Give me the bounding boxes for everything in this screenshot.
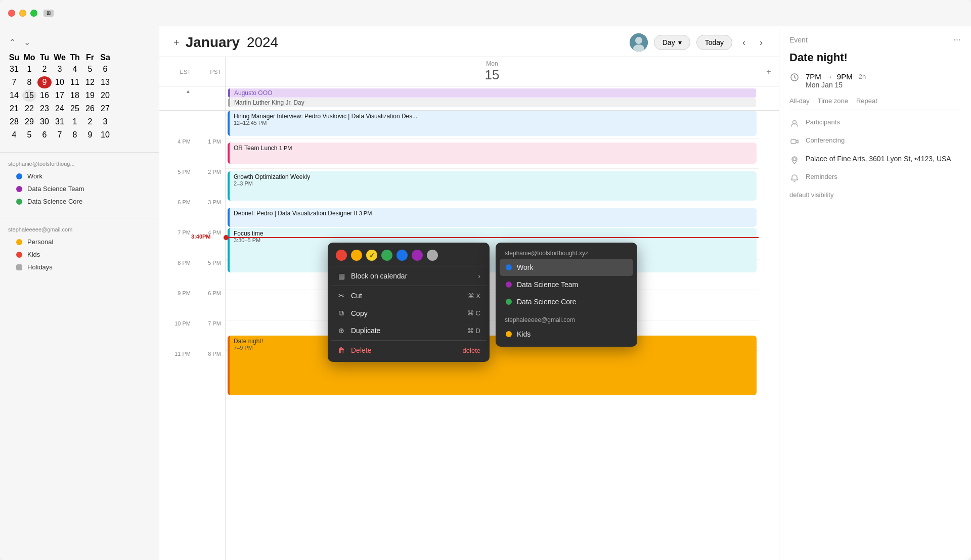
next-day-button[interactable]: › (756, 35, 767, 50)
ctx-duplicate[interactable]: ⊕ Duplicate ⌘ D (331, 322, 487, 339)
mini-cal-day[interactable]: 29 (22, 116, 36, 128)
ctx-copy[interactable]: ⧉ Copy ⌘ C (331, 304, 487, 322)
mini-cal-day[interactable]: 9 (83, 129, 97, 141)
minimize-button[interactable] (19, 10, 26, 17)
sidebar-item-data-science-core[interactable]: Data Science Core (8, 195, 151, 208)
mini-cal-day[interactable]: 16 (37, 89, 52, 102)
mini-cal-day[interactable]: 30 (37, 116, 52, 128)
maximize-button[interactable] (30, 10, 37, 17)
allday-event-title: Augusto OOO (234, 89, 272, 97)
tab-timezone[interactable]: Time zone (818, 96, 848, 106)
mini-cal-day[interactable]: 31 (53, 116, 67, 128)
color-gray[interactable] (427, 250, 438, 261)
mini-cal-day[interactable]: 8 (68, 129, 82, 141)
ctx-block-on-calendar[interactable]: ▦ Block on calendar › (331, 267, 487, 285)
mini-cal-day[interactable]: 7 (53, 129, 67, 141)
tab-allday[interactable]: All-day (789, 96, 810, 106)
split-view-button[interactable]: ⊞ (43, 10, 54, 17)
sidebar-item-holidays[interactable]: Holidays (8, 261, 151, 273)
sidebar-item-kids[interactable]: Kids (8, 248, 151, 261)
color-green[interactable] (381, 250, 392, 261)
add-event-button[interactable]: + (171, 37, 182, 49)
event-or-team-lunch[interactable]: OR Team Lunch 1 PM (228, 143, 757, 164)
time-label-est: 10 PM (159, 320, 195, 351)
submenu-dsc-label: Data Science Core (517, 298, 577, 306)
mini-cal-day[interactable]: 5 (83, 63, 97, 75)
color-red[interactable] (336, 250, 347, 261)
mini-cal-day[interactable]: 10 (98, 129, 112, 141)
today-button[interactable]: Today (696, 35, 732, 50)
event-growth-optimization[interactable]: Growth Optimization Weekly 2–3 PM (228, 171, 757, 201)
mini-cal-day[interactable]: 3 (98, 116, 112, 128)
allday-event-mlk[interactable]: Martin Luther King Jr. Day (228, 98, 756, 107)
mini-cal-day[interactable]: 22 (22, 103, 36, 115)
mini-cal-day[interactable]: 14 (7, 89, 21, 102)
allday-event-augusto[interactable]: Augusto OOO (228, 88, 756, 98)
mini-cal-day[interactable]: 12 (83, 76, 97, 88)
submenu-item-work[interactable]: Work (500, 259, 633, 276)
mini-cal-day[interactable]: 25 (68, 103, 82, 115)
mini-cal-day[interactable]: 23 (37, 103, 52, 115)
color-orange[interactable] (351, 250, 362, 261)
mini-cal-day[interactable]: 17 (53, 89, 67, 102)
context-menu: ✓ ▦ Block on calendar › ✂ Cut ⌘ X ⧉ Copy… (328, 243, 490, 362)
mini-cal-day[interactable]: 3 (53, 63, 67, 75)
tab-repeat[interactable]: Repeat (856, 96, 877, 106)
mini-cal-day[interactable]: 18 (68, 89, 82, 102)
work-calendar-label: Work (27, 172, 42, 180)
mini-cal-day[interactable]: 28 (7, 116, 21, 128)
mini-cal-day[interactable]: 19 (83, 89, 97, 102)
mini-cal-day[interactable]: 5 (22, 129, 36, 141)
sidebar-item-data-science-team[interactable]: Data Science Team (8, 182, 151, 195)
avatar[interactable] (630, 33, 648, 52)
submenu-item-kids[interactable]: Kids (500, 325, 633, 343)
color-blue[interactable] (396, 250, 408, 261)
prev-day-button[interactable]: ‹ (738, 35, 749, 50)
mini-cal-day[interactable]: 11 (68, 76, 82, 88)
mini-cal-day[interactable]: 21 (7, 103, 21, 115)
day-view-button[interactable]: Day ▾ (654, 35, 690, 50)
mini-cal-day[interactable]: 10 (53, 76, 67, 88)
sidebar-item-work[interactable]: Work (8, 170, 151, 182)
event-more-button[interactable]: ··· (953, 34, 961, 45)
mini-cal-day[interactable]: 4 (7, 129, 21, 141)
mini-cal-day[interactable]: 6 (98, 63, 112, 75)
sidebar-item-personal[interactable]: Personal (8, 236, 151, 248)
event-focus-time[interactable]: Focus time 3:30–5 PM (228, 228, 757, 272)
mini-cal-day[interactable]: 6 (37, 129, 52, 141)
mini-cal-day[interactable]: 8 (22, 76, 36, 88)
mini-cal-day[interactable]: 24 (53, 103, 67, 115)
add-column-icon[interactable]: + (766, 67, 771, 76)
event-debrief-pedro[interactable]: Debrief: Pedro | Data Visualization Desi… (228, 208, 757, 227)
mini-cal-day[interactable]: 2 (83, 116, 97, 128)
mini-cal-day[interactable]: 1 (68, 116, 82, 128)
delete-shortcut: delete (463, 347, 480, 354)
submenu-item-dsc[interactable]: Data Science Core (500, 293, 633, 310)
mini-cal-prev[interactable]: ⌃ (6, 36, 19, 48)
close-button[interactable] (8, 10, 15, 17)
mini-cal-day[interactable]: 13 (98, 76, 112, 88)
mini-cal-day[interactable]: 4 (68, 63, 82, 75)
mini-cal-day[interactable]: 9 (37, 76, 52, 88)
event-hiring-manager[interactable]: Hiring Manager Interview: Pedro Vuskovic… (228, 111, 757, 136)
event-date-night[interactable]: Date night! 7–9 PM (228, 336, 757, 395)
mini-cal-day[interactable]: 20 (98, 89, 112, 102)
mini-cal-day[interactable]: 27 (98, 103, 112, 115)
year-label: 2024 (247, 34, 278, 50)
color-yellow[interactable]: ✓ (366, 250, 377, 261)
ctx-delete[interactable]: 🗑 Delete delete (331, 342, 487, 359)
color-purple[interactable] (412, 250, 423, 261)
mini-cal-day[interactable]: 2 (37, 63, 52, 75)
collapse-allday-button[interactable]: ▲ (186, 88, 191, 94)
ctx-cut[interactable]: ✂ Cut ⌘ X (331, 287, 487, 304)
mini-cal-day[interactable]: 26 (83, 103, 97, 115)
weekday-fr: Fr (83, 53, 97, 62)
mini-cal-day[interactable]: 1 (22, 63, 36, 75)
mini-cal-day[interactable]: 31 (7, 63, 21, 75)
mini-cal-day[interactable]: 15 (22, 89, 36, 102)
mini-cal-next[interactable]: ⌄ (21, 36, 33, 48)
mini-cal-day[interactable]: 7 (7, 76, 21, 88)
plus-icon-header[interactable]: + (759, 67, 779, 76)
weekday-we: We (53, 53, 67, 62)
submenu-item-dst[interactable]: Data Science Team (500, 276, 633, 293)
